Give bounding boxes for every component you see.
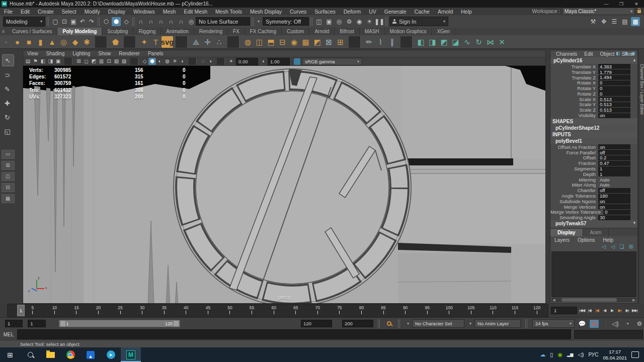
select-object-icon[interactable]: ⬢ bbox=[112, 17, 121, 26]
auto-key-toggle[interactable] bbox=[590, 320, 599, 328]
chevron-down-icon[interactable]: ▾ bbox=[469, 321, 471, 326]
layer-menu-item[interactable]: Layers bbox=[550, 237, 574, 243]
snap-point-icon[interactable]: ∩ bbox=[156, 17, 166, 26]
render-settings-icon[interactable]: ⚙ bbox=[345, 17, 354, 26]
menu-item[interactable]: Edit bbox=[17, 9, 34, 15]
channel-row[interactable]: Visibility on bbox=[550, 113, 637, 118]
ipr-render-icon[interactable]: ◎ bbox=[335, 17, 344, 26]
layout-four-pane-icon[interactable]: ⊞ bbox=[2, 161, 15, 170]
safe-action-icon[interactable]: ▧ bbox=[113, 58, 120, 65]
crease-icon[interactable]: ◩ bbox=[438, 36, 450, 48]
svg-icon[interactable]: svg bbox=[162, 36, 173, 48]
layer-scrollbar[interactable]: ◀ ▶ bbox=[551, 298, 636, 302]
pause-viewport-icon[interactable]: ❚❚ bbox=[375, 17, 384, 26]
layout-single-pane-icon[interactable]: ▭ bbox=[2, 150, 15, 159]
poly-cone-icon[interactable]: ▲ bbox=[46, 36, 58, 48]
viewport-toolbar-icon[interactable] bbox=[217, 58, 225, 65]
go-to-end-button[interactable]: ▶▶| bbox=[631, 307, 638, 315]
edit-edge-flow-icon[interactable]: ⌇ bbox=[375, 36, 386, 48]
panel-menu-item[interactable]: View bbox=[23, 51, 42, 56]
channel-row[interactable]: Scale Y 0.513 bbox=[550, 102, 637, 108]
animation-start-field[interactable]: 1 bbox=[5, 320, 23, 327]
step-forward-frame-button[interactable]: ▶| bbox=[623, 307, 631, 315]
file-explorer-button[interactable] bbox=[40, 347, 60, 362]
sign-in-dropdown[interactable]: Sign In ▾ bbox=[389, 17, 448, 26]
separate-icon[interactable]: ⊟ bbox=[277, 36, 288, 48]
character-controls-toggle-icon[interactable]: ✥ bbox=[599, 17, 608, 26]
channel-row[interactable]: Smoothing Angle 30 bbox=[550, 215, 637, 220]
evaluation-icon[interactable]: ⚙ bbox=[635, 319, 644, 328]
channel-value-field[interactable]: 0.47 bbox=[598, 161, 630, 166]
range-end-handle[interactable] bbox=[173, 320, 179, 327]
range-bar[interactable]: 1 120 bbox=[59, 320, 180, 327]
scale-tool-icon[interactable]: ◱ bbox=[2, 126, 13, 137]
channel-row[interactable]: Segments 1 bbox=[550, 166, 637, 171]
menu-item[interactable]: Display bbox=[104, 9, 129, 15]
fps-dropdown[interactable]: 24 fps▾ bbox=[532, 319, 575, 328]
poly-disc-icon[interactable]: ✱ bbox=[81, 36, 93, 48]
shelf-tab[interactable]: MASH bbox=[360, 28, 385, 35]
speed-state-icon[interactable]: ◨ bbox=[622, 50, 629, 56]
grid-toggle-icon[interactable]: ⊞ bbox=[75, 58, 83, 65]
menu-item[interactable]: Surfaces bbox=[310, 9, 339, 15]
light-editor-icon[interactable]: ☀ bbox=[365, 17, 374, 26]
connect-icon[interactable]: ◨ bbox=[427, 36, 438, 48]
layer-menu-item[interactable]: Help bbox=[599, 237, 617, 243]
shelf-tab[interactable]: Animation bbox=[161, 28, 194, 35]
lighting-icon[interactable]: ☀ bbox=[171, 58, 179, 65]
gamma-field[interactable]: 1.00 bbox=[268, 58, 290, 65]
channel-value-field[interactable]: 0 bbox=[598, 86, 630, 91]
camera-attributes-icon[interactable]: ▤ bbox=[24, 58, 32, 65]
set-key-icon[interactable] bbox=[387, 321, 391, 326]
layout-outliner-icon[interactable]: ⊟ bbox=[2, 183, 15, 192]
go-to-start-button[interactable]: |◀◀ bbox=[578, 307, 586, 315]
shelf-icon[interactable] bbox=[400, 36, 413, 48]
live-surface-field[interactable]: No Live Surface bbox=[196, 17, 250, 26]
maya-taskbar-button[interactable]: M bbox=[121, 347, 141, 362]
channel-row[interactable]: Offset 0.2 bbox=[550, 155, 637, 161]
shelf-tab[interactable]: Bifrost bbox=[335, 28, 359, 35]
menu-item[interactable]: Mesh bbox=[159, 9, 180, 15]
mirror-icon[interactable]: ◫ bbox=[254, 36, 265, 48]
shelf-selector-icon[interactable]: ◦ bbox=[0, 36, 12, 48]
channel-row[interactable]: Rotate X 0 bbox=[550, 80, 637, 85]
channel-row[interactable]: Translate Y 1.779 bbox=[550, 69, 637, 75]
shelf-tab[interactable]: FX bbox=[228, 28, 245, 35]
menu-item[interactable]: Generate bbox=[380, 9, 411, 15]
super-shape-icon[interactable]: ✦ bbox=[138, 36, 150, 48]
viewport-toolbar-icon[interactable] bbox=[130, 58, 138, 65]
previous-view-icon[interactable]: ◧ bbox=[39, 58, 47, 65]
play-forwards-button[interactable]: ▶ bbox=[608, 307, 616, 315]
workspace-lock-icon[interactable] bbox=[637, 10, 641, 13]
shelf-tab[interactable]: Curves / Surfaces bbox=[7, 28, 57, 35]
menu-item[interactable]: Modify bbox=[80, 9, 104, 15]
channel-value-field[interactable]: off bbox=[598, 188, 630, 193]
shelf-menu-icon[interactable]: ≡ bbox=[0, 28, 7, 35]
rotate-tool-icon[interactable]: ↻ bbox=[2, 112, 13, 123]
layer-list[interactable] bbox=[551, 251, 636, 297]
channel-row[interactable]: Chamfer off bbox=[550, 188, 637, 193]
next-node-name[interactable]: polyTweak57 ▼ bbox=[550, 220, 637, 227]
panel-menu-item[interactable]: Show bbox=[94, 51, 115, 56]
range-start-handle[interactable] bbox=[60, 320, 66, 327]
open-scene-icon[interactable]: ⊡ bbox=[60, 17, 69, 26]
onedrive-icon[interactable]: ☁ bbox=[540, 351, 545, 358]
mute-audio-icon[interactable]: ◁) bbox=[611, 319, 620, 328]
platonic-solid-icon[interactable]: ⬟ bbox=[110, 36, 121, 48]
scrollbar-thumb[interactable] bbox=[561, 298, 617, 302]
close-button[interactable]: ✕ bbox=[629, 0, 644, 8]
channel-row[interactable]: Merge Vertex Tolerance 0 bbox=[550, 210, 637, 215]
use-default-material-icon[interactable]: ◍ bbox=[164, 58, 171, 65]
chevron-down-icon[interactable]: ▾ bbox=[258, 19, 260, 24]
paint-select-tool-icon[interactable]: ✎ bbox=[2, 83, 13, 95]
channel-value-field[interactable]: 0.513 bbox=[598, 97, 630, 102]
reduce-icon[interactable]: ▦ bbox=[300, 36, 311, 48]
layer-move-up-icon[interactable]: ◁ bbox=[600, 243, 607, 250]
new-scene-icon[interactable]: ▢ bbox=[51, 17, 60, 26]
channel-row[interactable]: Rotate Z 0 bbox=[550, 91, 637, 97]
channel-row[interactable]: Subdivide Ngons on bbox=[550, 199, 637, 204]
select-tool-icon[interactable]: ↖ bbox=[2, 54, 14, 66]
shelf-icon[interactable] bbox=[95, 36, 107, 48]
playback-speed-icon[interactable]: ◔ bbox=[623, 319, 632, 328]
mel-input[interactable] bbox=[17, 329, 571, 339]
